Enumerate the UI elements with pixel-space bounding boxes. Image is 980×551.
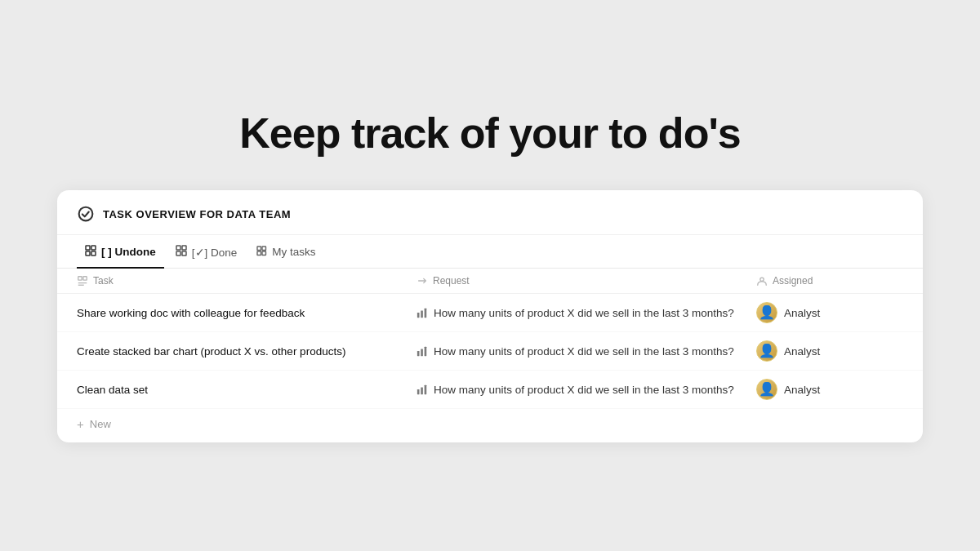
svg-rect-22 bbox=[421, 349, 423, 356]
svg-rect-10 bbox=[262, 247, 266, 251]
bar-chart-icon-2 bbox=[416, 345, 428, 357]
svg-rect-20 bbox=[425, 309, 427, 318]
svg-rect-18 bbox=[417, 313, 420, 318]
col-label-task: Task bbox=[93, 275, 114, 287]
svg-rect-4 bbox=[91, 251, 96, 256]
card-title: TASK OVERVIEW FOR DATA TEAM bbox=[103, 208, 291, 220]
tab-bar: [ ] Undone [✓] Done bbox=[57, 235, 923, 269]
svg-point-17 bbox=[760, 278, 764, 281]
tab-done[interactable]: [✓] Done bbox=[167, 235, 246, 269]
card-header: TASK OVERVIEW FOR DATA TEAM bbox=[57, 190, 923, 235]
table-row: Clean data set How many units of product… bbox=[57, 371, 923, 409]
request-cell-1: How many units of product X did we sell … bbox=[416, 307, 756, 319]
col-header-request: Request bbox=[416, 275, 756, 287]
avatar-1: 👤 bbox=[756, 302, 777, 323]
svg-rect-9 bbox=[257, 247, 261, 251]
tab-mytasks[interactable]: My tasks bbox=[248, 236, 323, 269]
svg-rect-7 bbox=[176, 251, 180, 256]
task-cell-3: Clean data set bbox=[77, 384, 416, 396]
assigned-cell-2: 👤 Analyst bbox=[756, 340, 903, 362]
tab-done-label: [✓] Done bbox=[192, 246, 238, 259]
svg-rect-25 bbox=[421, 387, 423, 394]
svg-rect-23 bbox=[425, 347, 427, 356]
task-cell-1: Share working doc with colleague for fee… bbox=[77, 307, 416, 319]
svg-rect-6 bbox=[182, 246, 186, 250]
table-header: Task Request Assigned bbox=[57, 269, 923, 294]
table-row: Share working doc with colleague for fee… bbox=[57, 294, 923, 332]
svg-rect-19 bbox=[421, 310, 423, 318]
checkmark-circle-icon bbox=[77, 205, 95, 223]
svg-rect-11 bbox=[257, 251, 261, 256]
svg-rect-1 bbox=[86, 246, 90, 250]
table-row: Create stacked bar chart (product X vs. … bbox=[57, 332, 923, 371]
grid-icon-done bbox=[176, 245, 187, 259]
assigned-cell-3: 👤 Analyst bbox=[756, 379, 903, 400]
assigned-cell-1: 👤 Analyst bbox=[756, 302, 903, 323]
person-icon bbox=[256, 246, 267, 259]
svg-rect-24 bbox=[417, 389, 420, 394]
request-cell-3: How many units of product X did we sell … bbox=[416, 384, 756, 396]
request-cell-2: How many units of product X did we sell … bbox=[416, 345, 756, 358]
svg-rect-13 bbox=[78, 277, 82, 280]
col-label-request: Request bbox=[433, 275, 470, 287]
svg-rect-5 bbox=[176, 246, 180, 250]
bar-chart-icon-3 bbox=[416, 384, 428, 395]
task-cell-2: Create stacked bar chart (product X vs. … bbox=[77, 345, 416, 358]
grid-icon-undone bbox=[85, 245, 96, 259]
col-header-task: Task bbox=[77, 275, 416, 287]
svg-rect-8 bbox=[182, 251, 186, 256]
tab-undone-label: [ ] Undone bbox=[101, 246, 156, 258]
new-button-label: New bbox=[90, 418, 111, 430]
avatar-3: 👤 bbox=[756, 379, 777, 400]
avatar-2: 👤 bbox=[756, 340, 777, 362]
col-header-assigned: Assigned bbox=[756, 275, 903, 287]
svg-point-0 bbox=[79, 207, 93, 221]
svg-rect-26 bbox=[425, 385, 427, 394]
svg-rect-12 bbox=[262, 251, 266, 256]
svg-rect-2 bbox=[91, 246, 96, 250]
new-row-button[interactable]: + New bbox=[57, 409, 923, 442]
task-overview-card: TASK OVERVIEW FOR DATA TEAM [ ] Undone bbox=[57, 190, 923, 442]
svg-rect-21 bbox=[417, 351, 420, 356]
bar-chart-icon-1 bbox=[416, 307, 428, 318]
tab-mytasks-label: My tasks bbox=[272, 246, 315, 258]
svg-rect-14 bbox=[83, 277, 87, 280]
tab-undone[interactable]: [ ] Undone bbox=[77, 235, 164, 269]
page-title: Keep track of your to do's bbox=[239, 109, 740, 158]
plus-icon: + bbox=[77, 417, 84, 431]
col-label-assigned: Assigned bbox=[773, 275, 813, 287]
svg-rect-3 bbox=[86, 251, 90, 256]
